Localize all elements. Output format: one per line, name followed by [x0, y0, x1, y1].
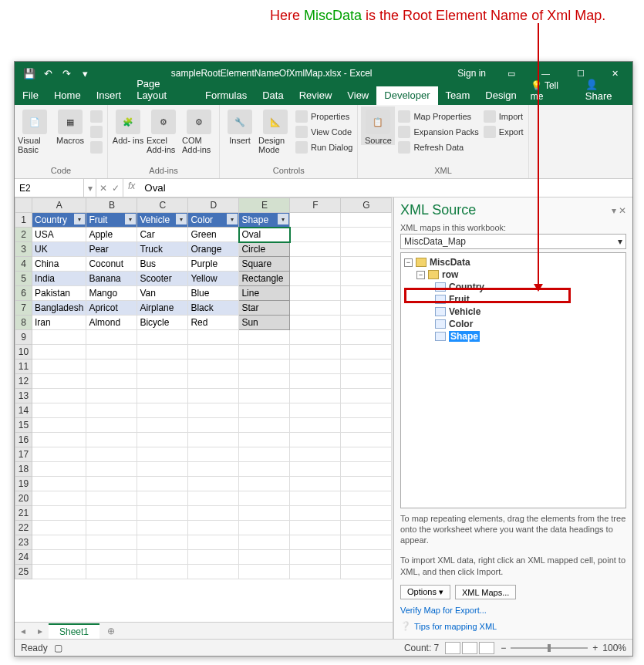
row-header[interactable]: 25 — [15, 565, 32, 579]
cell[interactable] — [188, 360, 239, 374]
spreadsheet-grid[interactable]: ABCDEFG1Country▾Fruit▾Vehicle▾Color▾Shap… — [15, 197, 393, 622]
cell[interactable] — [341, 477, 392, 491]
tree-field-node[interactable]: Fruit — [404, 293, 622, 305]
sheet-nav-next-icon[interactable]: ▸ — [32, 626, 49, 636]
tab-review[interactable]: Review — [292, 86, 340, 105]
cell[interactable] — [137, 374, 188, 389]
cell[interactable] — [290, 565, 341, 579]
tree-field-node[interactable]: Vehicle — [404, 305, 622, 318]
cell[interactable] — [290, 360, 341, 374]
cell[interactable]: Bangladesh — [32, 301, 86, 316]
cell[interactable] — [137, 477, 188, 491]
row-header[interactable]: 14 — [15, 403, 32, 418]
cell[interactable] — [32, 535, 86, 550]
cell[interactable] — [188, 345, 239, 360]
expansion-packs-button[interactable]: Expansion Packs — [396, 125, 480, 139]
cell[interactable]: Pakistan — [32, 286, 86, 301]
tab-data[interactable]: Data — [255, 86, 291, 105]
row-header[interactable]: 12 — [15, 374, 32, 389]
insert-control-button[interactable]: 🔧Insert — [223, 106, 257, 145]
normal-view-icon[interactable] — [445, 642, 460, 654]
save-icon[interactable]: 💾 — [21, 65, 38, 82]
cell[interactable]: Blue — [188, 286, 239, 301]
cell[interactable] — [32, 491, 86, 506]
cell[interactable] — [341, 389, 392, 403]
filter-dropdown-icon[interactable]: ▾ — [227, 214, 238, 224]
cell[interactable] — [239, 330, 290, 345]
col-header[interactable]: G — [341, 198, 392, 213]
cell[interactable] — [86, 447, 137, 462]
cell[interactable] — [32, 403, 86, 418]
zoom-in-icon[interactable]: + — [592, 643, 598, 653]
cell[interactable] — [341, 360, 392, 374]
row-header[interactable]: 16 — [15, 433, 32, 447]
row-header[interactable]: 3 — [15, 242, 32, 257]
addins-button[interactable]: 🧩Add- ins — [111, 106, 145, 145]
cell[interactable] — [137, 521, 188, 535]
row-header[interactable]: 23 — [15, 535, 32, 550]
page-break-view-icon[interactable] — [479, 642, 494, 654]
cell[interactable]: Banana — [86, 272, 137, 286]
row-header[interactable]: 22 — [15, 521, 32, 535]
cell[interactable]: Apricot — [86, 301, 137, 316]
cell[interactable] — [290, 389, 341, 403]
cell[interactable] — [137, 462, 188, 477]
cell[interactable]: Scooter — [137, 272, 188, 286]
table-header-cell[interactable]: Shape▾ — [239, 213, 290, 228]
formula-input[interactable] — [140, 179, 632, 197]
cell[interactable] — [137, 389, 188, 403]
cell[interactable] — [32, 521, 86, 535]
cell[interactable] — [188, 462, 239, 477]
col-header[interactable]: A — [32, 198, 86, 213]
cell[interactable] — [86, 433, 137, 447]
cell[interactable]: Black — [188, 301, 239, 316]
cell[interactable] — [239, 447, 290, 462]
cell[interactable] — [239, 550, 290, 565]
ribbon-display-icon[interactable]: ▭ — [494, 62, 528, 85]
col-header[interactable]: D — [188, 198, 239, 213]
cell[interactable]: Iran — [32, 316, 86, 330]
cell[interactable]: Almond — [86, 316, 137, 330]
cell[interactable]: Apple — [86, 228, 137, 242]
cell[interactable] — [32, 477, 86, 491]
cell[interactable]: Circle — [239, 242, 290, 257]
cell[interactable] — [86, 521, 137, 535]
fx-icon[interactable]: fx — [123, 179, 140, 197]
cell[interactable] — [188, 506, 239, 521]
row-header[interactable]: 17 — [15, 447, 32, 462]
redo-icon[interactable]: ↷ — [58, 65, 75, 82]
design-mode-button[interactable]: 📐Design Mode — [258, 106, 292, 154]
cell[interactable] — [239, 491, 290, 506]
row-header[interactable]: 1 — [15, 213, 32, 228]
cell[interactable]: Van — [137, 286, 188, 301]
cell[interactable] — [341, 418, 392, 433]
cell[interactable]: Airplane — [137, 301, 188, 316]
cell[interactable] — [341, 491, 392, 506]
cell[interactable] — [188, 535, 239, 550]
source-button[interactable]: 📋Source — [361, 106, 395, 145]
cell[interactable] — [290, 521, 341, 535]
row-header[interactable]: 11 — [15, 360, 32, 374]
tree-field-node[interactable]: Country — [404, 281, 622, 293]
cell[interactable] — [239, 462, 290, 477]
cell[interactable] — [341, 447, 392, 462]
macro-security-button[interactable] — [89, 140, 104, 154]
cell[interactable]: Bus — [137, 257, 188, 272]
com-addins-button[interactable]: ⚙COM Add-ins — [182, 106, 216, 154]
cell[interactable] — [86, 535, 137, 550]
tree-row-node[interactable]: − row — [404, 268, 622, 281]
cell[interactable] — [32, 345, 86, 360]
cell[interactable] — [239, 418, 290, 433]
table-header-cell[interactable]: Country▾ — [32, 213, 86, 228]
cell[interactable] — [341, 506, 392, 521]
cell[interactable] — [239, 535, 290, 550]
cell[interactable] — [341, 330, 392, 345]
tree-root-node[interactable]: − MiscData — [404, 256, 622, 268]
cell[interactable] — [290, 491, 341, 506]
tree-field-node[interactable]: Color — [404, 318, 622, 330]
cell[interactable] — [86, 477, 137, 491]
cell[interactable] — [137, 433, 188, 447]
cell[interactable] — [188, 433, 239, 447]
cell[interactable] — [290, 462, 341, 477]
cell[interactable] — [188, 491, 239, 506]
